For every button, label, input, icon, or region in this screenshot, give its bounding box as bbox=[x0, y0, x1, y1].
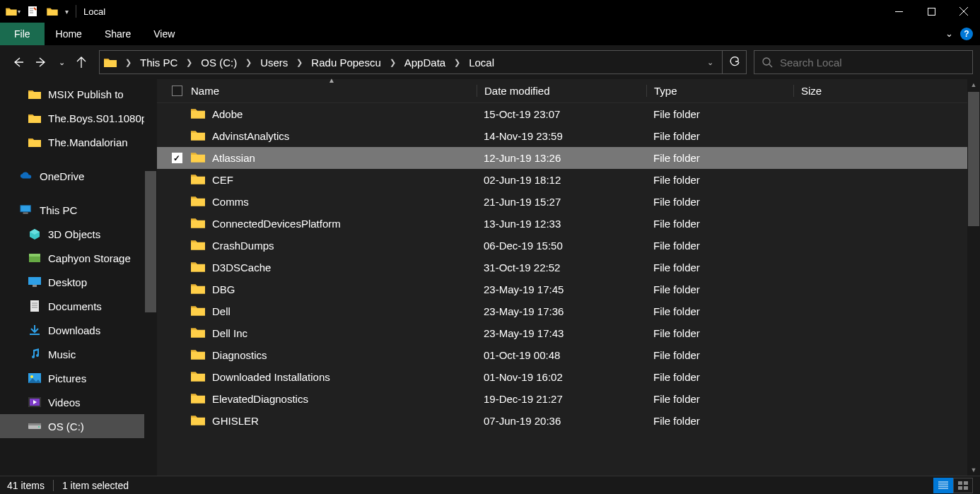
ribbon-expand-icon[interactable]: ⌄ bbox=[945, 28, 953, 39]
view-thumbnails-button[interactable] bbox=[953, 478, 973, 493]
address-bar[interactable]: ❯ This PC❯OS (C:)❯Users❯Radu Popescu❯App… bbox=[99, 50, 747, 74]
help-button[interactable]: ? bbox=[960, 28, 973, 40]
nav-forward-button[interactable] bbox=[31, 52, 52, 73]
close-button[interactable] bbox=[947, 0, 980, 23]
addr-history-button[interactable]: ⌄ bbox=[698, 51, 722, 73]
sidebar-thispc-item[interactable]: Music bbox=[0, 342, 157, 366]
thispc-icon bbox=[20, 204, 33, 216]
folder-icon bbox=[28, 136, 41, 148]
sidebar-thispc-item[interactable]: Documents bbox=[0, 294, 157, 318]
file-row[interactable]: D3DSCache31-Oct-19 22:52File folder bbox=[157, 257, 980, 278]
file-name: Dell Inc bbox=[212, 327, 247, 339]
sidebar-thispc-item[interactable]: OS (C:) bbox=[0, 414, 157, 438]
breadcrumb-segment[interactable]: AppData bbox=[400, 51, 450, 73]
sidebar-thispc-item[interactable]: Desktop bbox=[0, 270, 157, 294]
titlebar: ▾ ▾ Local bbox=[0, 0, 980, 23]
chevron-right-icon[interactable]: ❯ bbox=[182, 58, 197, 67]
file-row[interactable]: GHISLER07-Jun-19 20:36File folder bbox=[157, 410, 980, 432]
column-header-date[interactable]: Date modified bbox=[477, 85, 646, 97]
svg-rect-2 bbox=[928, 8, 935, 15]
column-header-name[interactable]: Name▲ bbox=[187, 85, 477, 97]
breadcrumb-segment[interactable]: Radu Popescu bbox=[307, 51, 385, 73]
file-date: 21-Jun-19 15:27 bbox=[477, 196, 646, 208]
maximize-button[interactable] bbox=[915, 0, 947, 23]
chevron-right-icon[interactable]: ❯ bbox=[385, 58, 400, 67]
qat-newfolder-icon[interactable] bbox=[42, 0, 62, 23]
svg-rect-7 bbox=[21, 206, 30, 212]
nav-recent-button[interactable]: ⌄ bbox=[55, 52, 68, 73]
sidebar-scrollbar[interactable] bbox=[144, 79, 157, 476]
scroll-up-icon[interactable]: ▲ bbox=[968, 79, 979, 90]
minimize-button[interactable] bbox=[882, 0, 915, 23]
chevron-right-icon[interactable]: ❯ bbox=[450, 58, 465, 67]
file-row[interactable]: Dell Inc23-May-19 17:43File folder bbox=[157, 322, 980, 344]
view-details-button[interactable] bbox=[933, 478, 953, 493]
sidebar-quick-item[interactable]: The.Boys.S01.1080p bbox=[0, 106, 157, 130]
qat-folder-icon[interactable]: ▾ bbox=[3, 0, 23, 23]
sidebar-onedrive[interactable]: OneDrive bbox=[0, 164, 157, 188]
file-row[interactable]: DBG23-May-19 17:45File folder bbox=[157, 278, 980, 300]
addr-root-icon[interactable] bbox=[100, 51, 121, 73]
qat-properties-icon[interactable] bbox=[23, 0, 42, 23]
file-type: File folder bbox=[646, 196, 793, 208]
sidebar-thispc[interactable]: This PC bbox=[0, 198, 157, 222]
file-row[interactable]: Comms21-Jun-19 15:27File folder bbox=[157, 191, 980, 213]
search-box[interactable] bbox=[754, 50, 973, 74]
refresh-button[interactable] bbox=[722, 51, 746, 73]
file-type: File folder bbox=[646, 130, 793, 142]
file-row[interactable]: AdvinstAnalytics14-Nov-19 23:59File fold… bbox=[157, 125, 980, 147]
file-row[interactable]: Adobe15-Oct-19 23:07File folder bbox=[157, 103, 980, 125]
ribbon-tab-share[interactable]: Share bbox=[93, 23, 142, 45]
column-header-size[interactable]: Size bbox=[793, 85, 878, 97]
nav-back-button[interactable] bbox=[7, 52, 28, 73]
qat-customize-icon[interactable]: ▾ bbox=[65, 8, 69, 16]
ribbon-tab-file[interactable]: File bbox=[0, 23, 45, 45]
sidebar-thispc-item[interactable]: Pictures bbox=[0, 366, 157, 390]
file-type: File folder bbox=[646, 174, 793, 186]
column-header-type[interactable]: Type bbox=[646, 85, 793, 97]
breadcrumb-segment[interactable]: OS (C:) bbox=[197, 51, 241, 73]
file-row[interactable]: ElevatedDiagnostics19-Dec-19 21:27File f… bbox=[157, 388, 980, 410]
drive-icon bbox=[28, 396, 41, 408]
folder-icon bbox=[191, 107, 205, 121]
content-scrollbar[interactable]: ▲ ▼ bbox=[967, 79, 980, 476]
sidebar-quick-item[interactable]: MSIX Publish to bbox=[0, 82, 157, 106]
folder-icon bbox=[191, 348, 205, 362]
file-row[interactable]: ✓Atlassian12-Jun-19 13:26File folder bbox=[157, 147, 980, 169]
ribbon-tab-view[interactable]: View bbox=[142, 23, 186, 45]
breadcrumb-segment[interactable]: This PC bbox=[136, 51, 182, 73]
sidebar-thispc-item[interactable]: Caphyon Storage bbox=[0, 246, 157, 270]
file-row[interactable]: Diagnostics01-Oct-19 00:48File folder bbox=[157, 344, 980, 366]
file-row[interactable]: CEF02-Jun-19 18:12File folder bbox=[157, 169, 980, 191]
search-input[interactable] bbox=[780, 57, 965, 69]
breadcrumb-segment[interactable]: Local bbox=[465, 51, 498, 73]
sidebar-thispc-item[interactable]: Downloads bbox=[0, 318, 157, 342]
file-row[interactable]: Dell23-May-19 17:36File folder bbox=[157, 300, 980, 322]
status-selected-count: 1 item selected bbox=[62, 480, 129, 491]
sidebar-quick-item[interactable]: The.Mandalorian bbox=[0, 130, 157, 154]
content-pane: Name▲ Date modified Type Size Adobe15-Oc… bbox=[157, 79, 980, 476]
sidebar-thispc-item[interactable]: 3D Objects bbox=[0, 222, 157, 246]
navbar: ⌄ ❯ This PC❯OS (C:)❯Users❯Radu Popescu❯A… bbox=[0, 45, 980, 79]
ribbon-tab-home[interactable]: Home bbox=[45, 23, 93, 45]
sidebar-thispc-item[interactable]: Videos bbox=[0, 390, 157, 414]
file-row[interactable]: ConnectedDevicesPlatform13-Jun-19 12:33F… bbox=[157, 213, 980, 235]
select-all-checkbox[interactable] bbox=[157, 86, 187, 96]
row-checkbox[interactable]: ✓ bbox=[172, 153, 182, 163]
file-list: Adobe15-Oct-19 23:07File folderAdvinstAn… bbox=[157, 103, 980, 476]
sidebar-item-label: Downloads bbox=[48, 324, 100, 336]
svg-rect-11 bbox=[28, 277, 41, 285]
chevron-right-icon[interactable]: ❯ bbox=[121, 58, 136, 67]
file-row[interactable]: Downloaded Installations01-Nov-19 16:02F… bbox=[157, 366, 980, 388]
chevron-right-icon[interactable]: ❯ bbox=[241, 58, 256, 67]
breadcrumb-segment[interactable]: Users bbox=[256, 51, 292, 73]
file-row[interactable]: CrashDumps06-Dec-19 15:50File folder bbox=[157, 235, 980, 257]
status-item-count: 41 items bbox=[7, 480, 45, 491]
sidebar-item-label: Documents bbox=[48, 300, 102, 312]
file-name: CEF bbox=[212, 174, 233, 186]
chevron-right-icon[interactable]: ❯ bbox=[292, 58, 307, 67]
nav-up-button[interactable] bbox=[71, 52, 92, 73]
file-name: Atlassian bbox=[212, 152, 255, 164]
file-type: File folder bbox=[646, 371, 793, 383]
scroll-down-icon[interactable]: ▼ bbox=[968, 464, 979, 476]
